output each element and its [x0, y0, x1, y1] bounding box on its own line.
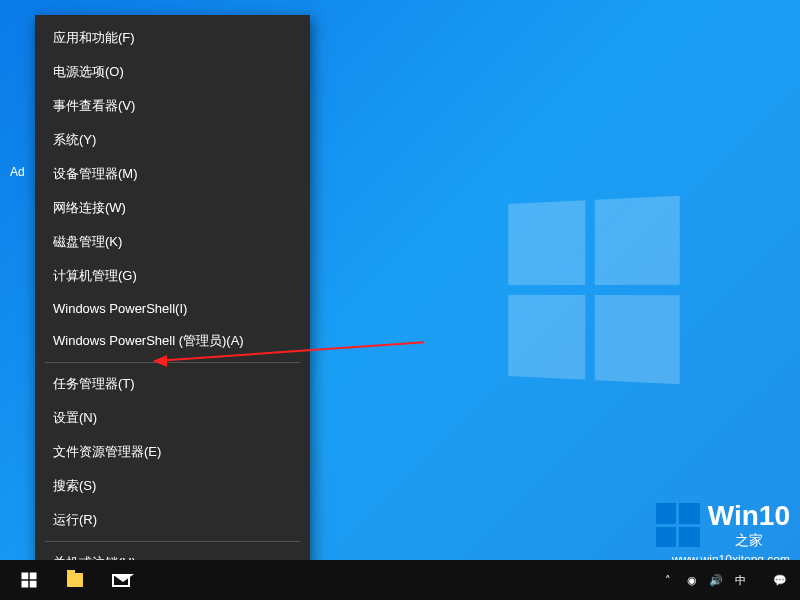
menu-item-label: 应用和功能(F) [53, 30, 135, 45]
menu-item[interactable]: 系统(Y) [35, 123, 310, 157]
winx-context-menu[interactable]: 应用和功能(F)电源选项(O)事件查看器(V)系统(Y)设备管理器(M)网络连接… [35, 15, 310, 600]
menu-item-label: 文件资源管理器(E) [53, 444, 161, 459]
menu-item-label: 计算机管理(G) [53, 268, 137, 283]
menu-item-label: Windows PowerShell (管理员)(A) [53, 333, 244, 348]
menu-item-label: 设备管理器(M) [53, 166, 138, 181]
menu-item[interactable]: 运行(R) [35, 503, 310, 537]
menu-item-label: 事件查看器(V) [53, 98, 135, 113]
menu-item[interactable]: 任务管理器(T) [35, 367, 310, 401]
menu-item[interactable]: 搜索(S) [35, 469, 310, 503]
notification-icon[interactable]: 💬 [768, 574, 792, 587]
watermark: Win10之家 [656, 500, 790, 550]
file-explorer-taskbar-icon[interactable] [52, 560, 98, 600]
people-icon[interactable]: ◉ [680, 574, 704, 587]
menu-item[interactable]: 设置(N) [35, 401, 310, 435]
menu-item[interactable]: 事件查看器(V) [35, 89, 310, 123]
desktop-icon-label: Ad [10, 165, 25, 179]
menu-item-label: 设置(N) [53, 410, 97, 425]
svg-rect-1 [30, 573, 37, 580]
menu-item-label: 网络连接(W) [53, 200, 126, 215]
menu-item-label: 运行(R) [53, 512, 97, 527]
menu-separator [45, 541, 300, 542]
ime-icon[interactable]: 中 [728, 573, 752, 588]
menu-item[interactable]: 网络连接(W) [35, 191, 310, 225]
system-tray[interactable]: ˄ ◉ 🔊 中 💬 [656, 573, 800, 588]
svg-rect-3 [30, 581, 37, 588]
menu-separator [45, 362, 300, 363]
volume-icon[interactable]: 🔊 [704, 574, 728, 587]
svg-rect-2 [22, 581, 29, 588]
menu-item-label: 搜索(S) [53, 478, 96, 493]
menu-item-label: 电源选项(O) [53, 64, 124, 79]
taskbar: ˄ ◉ 🔊 中 💬 [0, 560, 800, 600]
menu-item-label: 磁盘管理(K) [53, 234, 122, 249]
menu-item[interactable]: 应用和功能(F) [35, 21, 310, 55]
start-button[interactable] [6, 560, 52, 600]
win10-logo-icon [656, 503, 700, 547]
menu-item[interactable]: 文件资源管理器(E) [35, 435, 310, 469]
menu-item-label: 系统(Y) [53, 132, 96, 147]
tray-overflow-icon[interactable]: ˄ [656, 574, 680, 587]
menu-item[interactable]: 电源选项(O) [35, 55, 310, 89]
menu-item[interactable]: Windows PowerShell(I) [35, 293, 310, 324]
menu-item-label: 任务管理器(T) [53, 376, 135, 391]
mail-taskbar-icon[interactable] [98, 560, 144, 600]
menu-item[interactable]: 计算机管理(G) [35, 259, 310, 293]
menu-item[interactable]: Windows PowerShell (管理员)(A) [35, 324, 310, 358]
menu-item-label: Windows PowerShell(I) [53, 301, 187, 316]
menu-item[interactable]: 设备管理器(M) [35, 157, 310, 191]
menu-item[interactable]: 磁盘管理(K) [35, 225, 310, 259]
svg-rect-0 [22, 573, 29, 580]
desktop-windows-logo [500, 200, 680, 380]
